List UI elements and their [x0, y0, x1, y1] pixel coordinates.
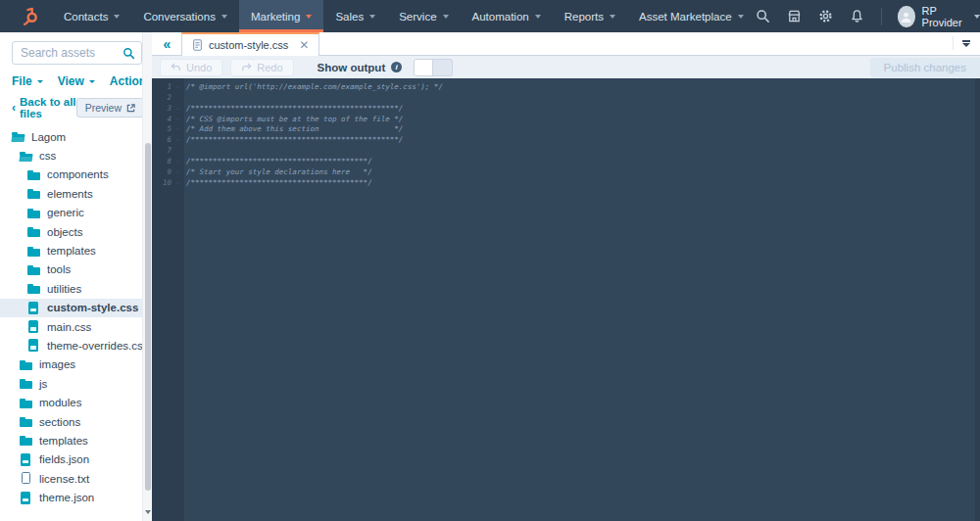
- tab-custom-style-css[interactable]: custom-style.css ✕: [181, 32, 319, 56]
- nav-item-reports[interactable]: Reports: [553, 0, 627, 32]
- tree-item-generic[interactable]: generic: [0, 204, 152, 222]
- code-line: 3 - /***********************************…: [152, 104, 980, 115]
- code-line: 7: [152, 146, 980, 157]
- code-text[interactable]: /***************************************…: [184, 178, 372, 189]
- code-text[interactable]: /***************************************…: [184, 157, 372, 167]
- tree-item-lagom[interactable]: Lagom: [0, 127, 152, 146]
- code-text[interactable]: /* Start your style declarations here */: [184, 167, 372, 178]
- hubspot-logo-icon[interactable]: [20, 6, 40, 26]
- file-menu-bar: File View Actions: [12, 74, 152, 88]
- tree-item-elements[interactable]: elements: [0, 184, 152, 203]
- fold-marker[interactable]: [172, 93, 184, 104]
- nav-item-sales[interactable]: Sales: [323, 0, 387, 32]
- marketplace-icon[interactable]: [787, 9, 802, 24]
- nav-item-service[interactable]: Service: [387, 0, 460, 32]
- fold-marker[interactable]: -: [172, 157, 184, 167]
- search-icon[interactable]: [756, 9, 770, 24]
- tree-item-js[interactable]: js: [0, 374, 152, 393]
- tree-item-theme-overrides-css[interactable]: theme-overrides.css: [0, 336, 152, 355]
- user-name: RP Provider: [922, 5, 967, 28]
- tree-item-sections[interactable]: sections: [0, 412, 152, 431]
- fold-marker[interactable]: -: [172, 104, 184, 115]
- tree-item-images[interactable]: images: [0, 355, 152, 374]
- tree-item-theme-json[interactable]: theme.json: [0, 488, 152, 506]
- tab-list-dropdown-button[interactable]: [958, 37, 974, 50]
- tree-item-label: theme-overrides.css: [47, 340, 149, 352]
- sidebar-scrollbar: [142, 32, 152, 521]
- fold-marker[interactable]: -: [172, 135, 184, 146]
- fold-marker[interactable]: -: [172, 82, 184, 93]
- json-file-icon: [20, 453, 32, 466]
- code-text[interactable]: /* CSS @imports must be at the top of th…: [184, 115, 403, 125]
- tree-item-objects[interactable]: objects: [0, 222, 152, 241]
- account-menu[interactable]: RP Provider: [898, 5, 979, 28]
- tree-item-components[interactable]: components: [0, 166, 152, 184]
- folder-icon: [27, 168, 40, 181]
- chevron-down-icon: [610, 15, 615, 19]
- nav-item-contacts[interactable]: Contacts: [52, 0, 131, 32]
- back-preview-row: ‹ Back to all files Preview: [12, 98, 144, 118]
- search-assets-box: [12, 41, 142, 65]
- tree-item-utilities[interactable]: utilities: [0, 279, 152, 298]
- tree-item-tools[interactable]: tools: [0, 260, 152, 279]
- undo-arrow-icon: [171, 63, 181, 71]
- avatar: [898, 6, 914, 27]
- nav-item-asset-marketplace[interactable]: Asset Marketplace: [627, 0, 756, 32]
- top-navigation: Contacts Conversations Marketing Sales S…: [0, 0, 980, 32]
- info-icon[interactable]: i: [391, 62, 402, 72]
- undo-button[interactable]: Undo: [160, 59, 222, 76]
- file-tree: Lagom css components elements generic ob…: [0, 127, 152, 507]
- menu-view[interactable]: View: [58, 74, 95, 88]
- close-tab-icon[interactable]: ✕: [299, 39, 309, 51]
- fold-marker[interactable]: [172, 146, 184, 157]
- tree-item-label: custom-style.css: [47, 302, 138, 313]
- collapse-sidebar-button[interactable]: «: [152, 32, 181, 55]
- chevron-down-icon: [962, 43, 970, 47]
- code-text[interactable]: [184, 93, 186, 104]
- show-output-toggle[interactable]: [414, 59, 453, 76]
- preview-button[interactable]: Preview: [76, 98, 144, 118]
- nav-item-automation[interactable]: Automation: [461, 0, 553, 32]
- code-text[interactable]: [184, 146, 186, 157]
- settings-gear-icon[interactable]: [818, 9, 833, 24]
- tree-item-license-txt[interactable]: license.txt: [0, 469, 152, 488]
- tab-label: custom-style.css: [209, 39, 288, 51]
- code-line: 2: [152, 93, 980, 104]
- notifications-bell-icon[interactable]: [850, 9, 864, 24]
- tree-item-fields-json[interactable]: fields.json: [0, 450, 152, 469]
- code-editor[interactable]: 1 - /* @import url('http://example.com/e…: [152, 78, 980, 521]
- code-text[interactable]: /***************************************…: [184, 104, 403, 115]
- json-file-icon: [20, 492, 32, 504]
- code-text[interactable]: /* Add them above this section */: [184, 124, 403, 135]
- nav-divider: [881, 8, 882, 25]
- back-to-all-files-link[interactable]: ‹ Back to all files: [12, 96, 76, 119]
- code-line: 4 - /* CSS @imports must be at the top o…: [152, 115, 980, 125]
- nav-item-marketing[interactable]: Marketing: [239, 0, 324, 32]
- tree-item-css-templates[interactable]: templates: [0, 241, 152, 260]
- tree-item-label: main.css: [47, 321, 91, 333]
- tree-item-main-css[interactable]: main.css: [0, 317, 152, 336]
- tree-item-css[interactable]: css: [0, 146, 152, 165]
- code-line: 1 - /* @import url('http://example.com/e…: [152, 82, 980, 93]
- scrollbar-down-button[interactable]: [143, 506, 152, 518]
- fold-marker[interactable]: -: [172, 124, 184, 135]
- redo-button[interactable]: Redo: [230, 59, 293, 76]
- folder-icon: [20, 415, 32, 428]
- menu-file[interactable]: File: [12, 74, 43, 88]
- editor-toolbar: Undo Redo Show output i Publish changes: [152, 56, 980, 78]
- scrollbar-thumb[interactable]: [145, 143, 151, 491]
- fold-marker[interactable]: -: [172, 167, 184, 178]
- code-text[interactable]: /***************************************…: [184, 135, 403, 146]
- fold-marker[interactable]: -: [172, 178, 184, 189]
- tree-item-modules[interactable]: modules: [0, 393, 152, 411]
- fold-marker[interactable]: -: [172, 115, 184, 125]
- tree-item-templates[interactable]: templates: [0, 431, 152, 450]
- code-text[interactable]: /* @import url('http://example.com/examp…: [184, 82, 443, 93]
- folder-icon: [27, 282, 40, 295]
- nav-utilities: RP Provider: [756, 5, 980, 28]
- code-line: 6 - /***********************************…: [152, 135, 980, 146]
- tree-item-custom-style-css[interactable]: custom-style.css: [0, 299, 152, 317]
- publish-changes-button[interactable]: Publish changes: [870, 58, 980, 77]
- nav-item-conversations[interactable]: Conversations: [131, 0, 239, 32]
- search-icon[interactable]: [122, 46, 135, 64]
